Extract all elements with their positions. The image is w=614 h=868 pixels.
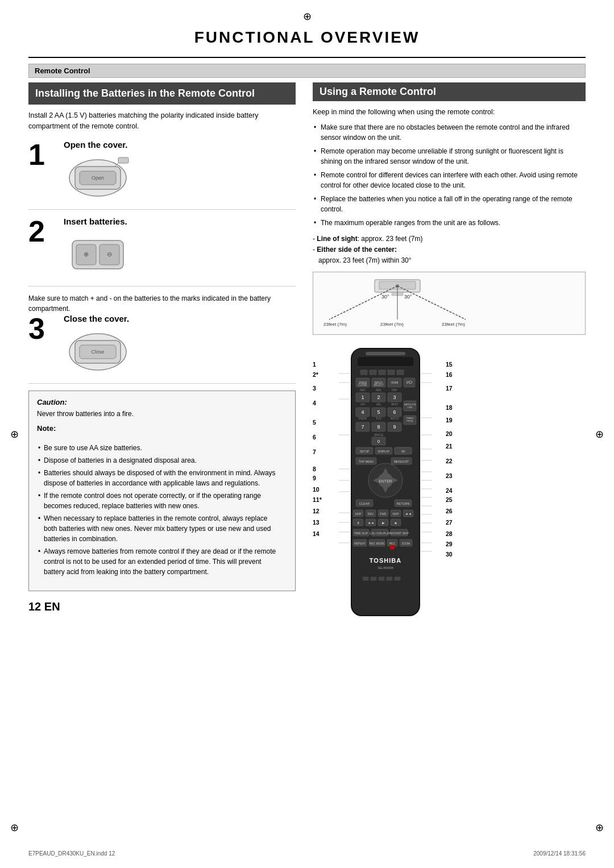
right-num-28: 28	[446, 530, 458, 537]
remote-numbers-right: 15 16 17 18 19 20 21 22 23 24 25 26 27 2…	[446, 344, 458, 624]
svg-text:■: ■	[395, 521, 397, 525]
using-bullet-1: Make sure that there are no obstacles be…	[313, 122, 586, 143]
right-num-19: 19	[446, 417, 458, 423]
svg-text:JKL: JKL	[376, 402, 381, 406]
svg-rect-32	[379, 370, 385, 375]
right-num-15: 15	[446, 361, 458, 368]
svg-text:REV: REV	[368, 512, 374, 516]
left-num-6: 6	[313, 434, 325, 441]
svg-rect-34	[397, 370, 404, 375]
svg-rect-31	[370, 370, 376, 375]
page-number: 12 EN	[28, 600, 296, 613]
right-num-20: 20	[446, 430, 458, 437]
range-either-side: - Either side of the center:	[313, 244, 586, 255]
note-item-3: •Batteries should always be disposed of …	[37, 468, 279, 488]
svg-text:5: 5	[377, 409, 380, 415]
svg-text:PQRS: PQRS	[359, 417, 367, 420]
remote-control-svg: OPEN/ CLOSE INPUT/ SELECT HDMI I/O ABC A…	[334, 344, 437, 622]
svg-rect-28	[366, 352, 405, 355]
note-title: Note:	[37, 423, 287, 435]
caution-text: Never throw batteries into a fire.	[37, 409, 287, 420]
left-num-4: 4	[313, 400, 325, 406]
remote-svg-container: OPEN/ CLOSE INPUT/ SELECT HDMI I/O ABC A…	[334, 344, 437, 624]
right-num-24: 24	[446, 487, 458, 494]
left-num-1: 1	[313, 361, 325, 368]
remote-diagram-container: 1 2* 3 4 5 6 7 8 9 10 11* 12 13 14	[313, 344, 586, 624]
using-heading: Using a Remote Control	[313, 82, 586, 101]
step-1: 1 Open the cover. Open	[28, 140, 296, 210]
svg-text:GH: GH	[360, 402, 365, 406]
svg-text:23feet (7m): 23feet (7m)	[380, 322, 404, 327]
step-1-label: Open the cover.	[64, 140, 296, 149]
svg-rect-141	[379, 577, 384, 580]
svg-text:Close: Close	[91, 349, 104, 355]
svg-text:30°: 30°	[381, 294, 389, 300]
note-item-4: •If the remote control does not operate …	[37, 491, 279, 511]
range-either-side-value: approx. 23 feet (7m) within 30°	[313, 255, 586, 266]
svg-text:LINK: LINK	[408, 406, 413, 409]
svg-text:REC MODE: REC MODE	[370, 542, 385, 545]
svg-line-19	[329, 286, 397, 319]
using-bullet-3: Remote control for different devices can…	[313, 170, 586, 190]
svg-text:REPEAT: REPEAT	[354, 542, 366, 545]
using-bullet-5: The maximum operable ranges from the uni…	[313, 218, 586, 228]
left-num-11: 11*	[313, 496, 325, 503]
footer-left: E7PEAUD_DR430KU_EN.indd 12	[28, 850, 115, 857]
right-num-27: 27	[446, 519, 458, 526]
right-num-17: 17	[446, 385, 458, 392]
left-column: Installing the Batteries in the Remote C…	[28, 82, 296, 613]
right-num-21: 21	[446, 443, 458, 450]
footer-right: 2009/12/14 18:31:56	[533, 850, 586, 857]
reg-mark-right: ⊕	[595, 428, 604, 441]
svg-text:0: 0	[377, 439, 380, 444]
svg-rect-33	[388, 370, 395, 375]
reg-mark-top: ⊕	[303, 10, 312, 23]
svg-text:◄◄: ◄◄	[367, 521, 374, 525]
svg-text:30°: 30°	[404, 294, 412, 300]
svg-text:⊕: ⊕	[84, 251, 89, 258]
svg-text:TIME SLIP: TIME SLIP	[354, 531, 368, 535]
intro-text: Install 2 AA (1.5 V) batteries matching …	[28, 110, 296, 132]
range-note: - Line of sight: approx. 23 feet (7m) - …	[313, 234, 586, 267]
caution-title: Caution:	[37, 397, 287, 409]
svg-rect-143	[395, 577, 400, 580]
svg-text:DEF: DEF	[392, 388, 397, 392]
right-num-22: 22	[446, 458, 458, 464]
svg-rect-5	[118, 157, 128, 163]
svg-text:SPACE: SPACE	[374, 433, 384, 437]
svg-text:ENTER: ENTER	[379, 479, 392, 483]
reg-mark-left: ⊕	[10, 428, 19, 441]
svg-rect-142	[387, 577, 392, 580]
left-num-5: 5	[313, 419, 325, 426]
svg-text:SKIP: SKIP	[355, 512, 362, 516]
section-header: Remote Control	[28, 64, 586, 78]
right-column: Using a Remote Control Keep in mind the …	[313, 82, 586, 624]
right-num-16: 16	[446, 371, 458, 378]
left-num-2: 2*	[313, 371, 325, 378]
step-3-label: Close the cover.	[64, 314, 296, 323]
left-num-9: 9	[313, 475, 325, 481]
step-note: Make sure to match + and - on the batter…	[28, 293, 296, 314]
caution-box: Caution: Never throw batteries into a fi…	[28, 391, 296, 591]
svg-text:INSTANT SKIP: INSTANT SKIP	[389, 531, 409, 535]
using-bullet-list: Make sure that there are no obstacles be…	[313, 122, 586, 228]
svg-text:TOP MENU: TOP MENU	[359, 460, 374, 463]
svg-text:6: 6	[393, 409, 396, 415]
svg-text:OB: OB	[401, 450, 405, 453]
svg-text:CLOSE: CLOSE	[358, 384, 367, 387]
right-num-30: 30	[446, 551, 458, 558]
svg-line-20	[397, 286, 466, 319]
left-num-14: 14	[313, 530, 325, 537]
svg-text:WXYZ: WXYZ	[391, 417, 399, 420]
svg-text:Open: Open	[92, 175, 104, 181]
svg-text:RETURN: RETURN	[397, 502, 410, 505]
svg-text:HDMI: HDMI	[391, 381, 399, 384]
svg-text:7: 7	[361, 424, 364, 430]
svg-text:ZOOM: ZOOM	[402, 542, 410, 545]
right-num-18: 18	[446, 404, 458, 411]
svg-text:ABC: ABC	[376, 388, 382, 392]
svg-text:ABC: ABC	[360, 388, 366, 392]
reg-mark-bottom-right: ⊕	[595, 821, 604, 834]
right-num-25: 25	[446, 496, 458, 503]
left-num-3: 3	[313, 385, 325, 392]
